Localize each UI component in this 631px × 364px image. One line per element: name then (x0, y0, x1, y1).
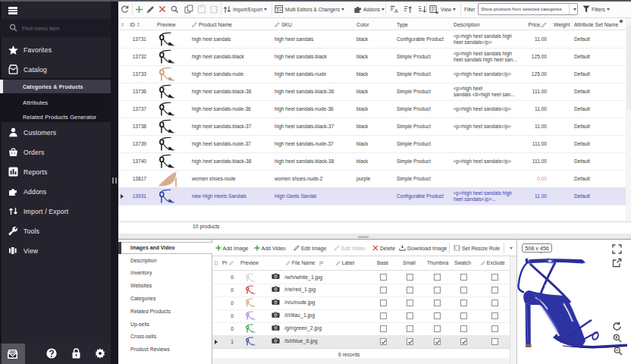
svg-text:A: A (394, 8, 398, 14)
